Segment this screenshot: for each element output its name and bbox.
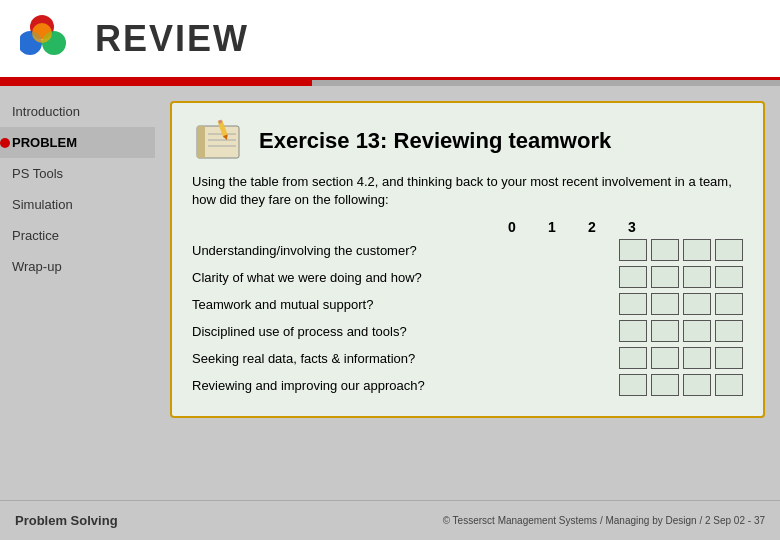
rating-checkboxes-3 [619,293,743,315]
footer-left-label: Problem Solving [15,513,118,528]
footer-right-text: © Tessersct Management Systems / Managin… [443,515,765,526]
rating-label-4: Disciplined use of process and tools? [192,324,619,339]
logo-icon [20,11,75,66]
checkbox-6-1[interactable] [651,374,679,396]
exercise-title: Exercise 13: Reviewing teamwork [259,128,611,154]
rating-label-1: Understanding/involving the customer? [192,243,619,258]
checkbox-4-3[interactable] [715,320,743,342]
checkbox-2-3[interactable] [715,266,743,288]
rating-row-5: Seeking real data, facts & information? [192,347,743,369]
rating-label-3: Teamwork and mutual support? [192,297,619,312]
notebook-icon [192,118,247,163]
sidebar-item-simulation[interactable]: Simulation [0,189,155,220]
checkbox-1-0[interactable] [619,239,647,261]
rating-header-3: 3 [612,219,652,235]
rating-row-2: Clarity of what we were doing and how? [192,266,743,288]
checkbox-3-3[interactable] [715,293,743,315]
sidebar-item-ps-tools[interactable]: PS Tools [0,158,155,189]
checkbox-6-2[interactable] [683,374,711,396]
checkbox-3-0[interactable] [619,293,647,315]
checkbox-1-3[interactable] [715,239,743,261]
rating-row-3: Teamwork and mutual support? [192,293,743,315]
rating-row-1: Understanding/involving the customer? [192,239,743,261]
checkbox-6-3[interactable] [715,374,743,396]
checkbox-5-3[interactable] [715,347,743,369]
sidebar: Introduction PROBLEM PS Tools Simulation… [0,86,155,500]
checkbox-1-2[interactable] [683,239,711,261]
rating-checkboxes-1 [619,239,743,261]
exercise-description: Using the table from section 4.2, and th… [192,173,743,209]
checkbox-4-2[interactable] [683,320,711,342]
checkbox-2-2[interactable] [683,266,711,288]
rating-checkboxes-6 [619,374,743,396]
checkbox-5-2[interactable] [683,347,711,369]
svg-rect-5 [197,126,205,158]
rating-header-row: 0 1 2 3 [192,219,743,235]
rating-checkboxes-5 [619,347,743,369]
page-title: REVIEW [95,18,249,60]
footer: Problem Solving © Tessersct Management S… [0,500,780,540]
sidebar-item-introduction[interactable]: Introduction [0,96,155,127]
checkbox-2-1[interactable] [651,266,679,288]
rating-row-4: Disciplined use of process and tools? [192,320,743,342]
rating-row-6: Reviewing and improving our approach? [192,374,743,396]
checkbox-4-0[interactable] [619,320,647,342]
header: REVIEW [0,0,780,80]
checkbox-1-1[interactable] [651,239,679,261]
rating-checkboxes-4 [619,320,743,342]
rating-checkboxes-2 [619,266,743,288]
rating-header-0: 0 [492,219,532,235]
rating-label-2: Clarity of what we were doing and how? [192,270,619,285]
exercise-header: Exercise 13: Reviewing teamwork [192,118,743,163]
main-layout: Introduction PROBLEM PS Tools Simulation… [0,86,780,500]
checkbox-5-1[interactable] [651,347,679,369]
exercise-box: Exercise 13: Reviewing teamwork Using th… [170,101,765,418]
sidebar-item-practice[interactable]: Practice [0,220,155,251]
checkbox-4-1[interactable] [651,320,679,342]
sidebar-item-wrapup[interactable]: Wrap-up [0,251,155,282]
rating-header-1: 1 [532,219,572,235]
checkbox-5-0[interactable] [619,347,647,369]
checkbox-3-1[interactable] [651,293,679,315]
checkbox-2-0[interactable] [619,266,647,288]
rating-label-6: Reviewing and improving our approach? [192,378,619,393]
rating-label-5: Seeking real data, facts & information? [192,351,619,366]
content-area: Exercise 13: Reviewing teamwork Using th… [155,86,780,500]
rating-header-2: 2 [572,219,612,235]
sidebar-item-problem[interactable]: PROBLEM [0,127,155,158]
svg-point-3 [32,23,52,43]
checkbox-6-0[interactable] [619,374,647,396]
checkbox-3-2[interactable] [683,293,711,315]
